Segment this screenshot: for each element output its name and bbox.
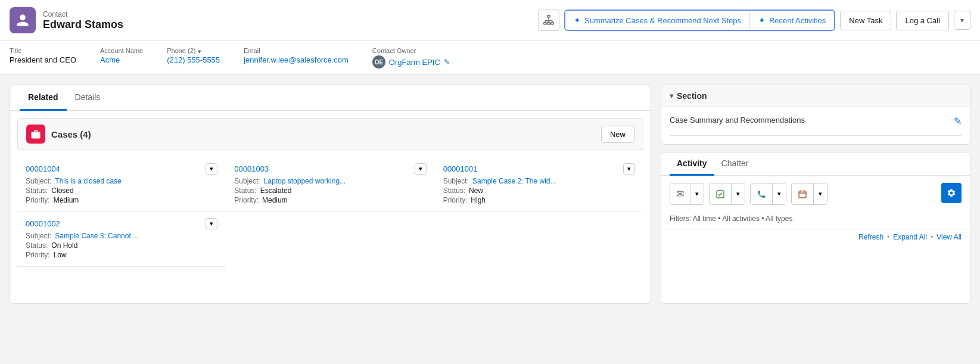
title-value: President and CEO (10, 55, 76, 64)
call-button[interactable] (751, 183, 773, 204)
sparkle-icon-2: ✦ (758, 15, 766, 25)
priority-label-3: Priority: (443, 196, 468, 204)
call-action-group: ▾ (750, 183, 786, 205)
subject-value-4[interactable]: Sample Case 3: Cannot ... (55, 232, 139, 240)
phone-label: Phone (2) (167, 47, 195, 54)
chevron-down-icon[interactable]: ▾ (670, 92, 673, 100)
svg-rect-1 (544, 23, 547, 24)
activity-tabs: Activity Chatter (661, 153, 970, 176)
calendar-dropdown-button[interactable]: ▾ (814, 183, 827, 204)
recent-activities-label: Recent Activities (769, 16, 826, 25)
new-task-button[interactable]: New Task (840, 11, 891, 30)
subject-value-2[interactable]: Laptop stopped working... (264, 177, 346, 185)
email-link[interactable]: jennifer.w.lee@salesforce.com (244, 55, 349, 64)
cases-header: Cases (4) New (17, 118, 643, 150)
more-actions-button[interactable]: ▾ (954, 11, 970, 30)
subject-label-1: Subject: (26, 177, 51, 185)
filters-text: Filters: All time • All activities • All… (670, 214, 792, 223)
cases-title: Cases (4) (51, 129, 91, 139)
cases-grid: 00001004 ▾ Subject: This is a closed cas… (17, 157, 643, 267)
left-panel: Related Details Cases (4) New (10, 85, 651, 304)
new-case-button[interactable]: New (601, 126, 634, 143)
section-title: Section (677, 91, 707, 101)
subject-value-1[interactable]: This is a closed case (55, 177, 121, 185)
recent-activities-button[interactable]: ✦ Recent Activities (750, 11, 834, 30)
expand-all-link[interactable]: Expand All (893, 233, 927, 241)
activity-settings-button[interactable] (941, 183, 962, 203)
svg-rect-0 (547, 15, 550, 17)
summarize-cases-button[interactable]: ✦ Summarize Cases & Recommend Next Steps (565, 11, 750, 30)
header: Contact Edward Stamos ✦ Summarize Cases … (0, 0, 980, 41)
task-button[interactable] (710, 183, 732, 204)
tab-details[interactable]: Details (67, 85, 109, 111)
subject-value-3[interactable]: Sample Case 2: The wid... (472, 177, 556, 185)
contact-avatar (10, 7, 36, 33)
case-item: 00001004 ▾ Subject: This is a closed cas… (17, 157, 226, 212)
case-4-dropdown[interactable]: ▾ (206, 218, 217, 229)
case-3-dropdown[interactable]: ▾ (623, 163, 635, 175)
calendar-icon (798, 189, 807, 199)
section-card: ▾ Section Case Summary and Recommendatio… (661, 85, 970, 145)
section-edit-button[interactable]: ✎ (954, 116, 962, 127)
view-all-link[interactable]: View All (937, 233, 962, 241)
filters-row: Filters: All time • All activities • All… (661, 212, 970, 229)
email-label: Email (244, 47, 349, 54)
case-1-number[interactable]: 00001004 (26, 164, 60, 173)
status-label-4: Status: (26, 241, 48, 250)
org-chart-button[interactable] (538, 10, 559, 31)
priority-label-1: Priority: (26, 196, 50, 204)
task-dropdown-button[interactable]: ▾ (732, 183, 745, 204)
case-item: 00001003 ▾ Subject: Laptop stopped worki… (226, 157, 434, 212)
email-dropdown-button[interactable]: ▾ (690, 183, 704, 204)
case-3-header: 00001001 ▾ (443, 163, 635, 175)
owner-edit-icon[interactable]: ✎ (444, 58, 450, 66)
owner-field: Contact Owner OE OrgFarm EPIC ✎ (372, 47, 450, 69)
phone-icon (757, 189, 766, 199)
status-label-2: Status: (234, 186, 256, 195)
tab-activity[interactable]: Activity (670, 153, 714, 176)
org-chart-icon (543, 15, 554, 26)
owner-initials: OE (375, 59, 383, 66)
case-4-number[interactable]: 00001002 (26, 219, 60, 228)
priority-value-1: Medium (54, 196, 79, 204)
phone-link[interactable]: (212) 555-5555 (167, 55, 220, 64)
case-2-dropdown[interactable]: ▾ (415, 163, 427, 175)
status-value-2: Escalated (260, 186, 292, 195)
case-2-status: Status: Escalated (234, 186, 426, 195)
tab-related[interactable]: Related (20, 85, 67, 111)
title-label: Title (10, 47, 76, 54)
case-1-dropdown[interactable]: ▾ (206, 163, 217, 175)
phone-dropdown-icon[interactable]: ▾ (198, 48, 201, 55)
status-label-3: Status: (443, 186, 465, 195)
case-1-priority: Priority: Medium (26, 196, 217, 204)
main-layout: Related Details Cases (4) New (0, 75, 980, 313)
call-dropdown-button[interactable]: ▾ (773, 183, 786, 204)
case-3-number[interactable]: 00001001 (443, 164, 478, 173)
calendar-button[interactable] (792, 183, 814, 204)
account-label: Account Name (100, 47, 143, 54)
owner-link[interactable]: OrgFarm EPIC (389, 58, 440, 67)
ai-actions-group: ✦ Summarize Cases & Recommend Next Steps… (564, 10, 835, 31)
case-1-status: Status: Closed (26, 186, 217, 195)
subject-label-4: Subject: (26, 232, 51, 240)
phone-label-group: Phone (2) ▾ (167, 47, 220, 55)
case-2-number[interactable]: 00001003 (234, 164, 269, 173)
email-icon: ✉ (676, 188, 684, 200)
svg-rect-3 (551, 23, 554, 24)
object-type-label: Contact (43, 10, 123, 18)
phone-field: Phone (2) ▾ (212) 555-5555 (167, 47, 220, 64)
refresh-link[interactable]: Refresh (858, 233, 883, 241)
account-link[interactable]: Acme (100, 55, 143, 64)
svg-rect-2 (547, 23, 550, 24)
title-field: Title President and CEO (10, 47, 76, 64)
case-2-subject: Subject: Laptop stopped working... (234, 177, 426, 185)
case-4-header: 00001002 ▾ (26, 218, 217, 229)
tab-chatter[interactable]: Chatter (714, 153, 756, 176)
account-field: Account Name Acme (100, 47, 143, 64)
activity-card: Activity Chatter ✉ ▾ (661, 152, 970, 304)
case-item: 00001001 ▾ Subject: Sample Case 2: The w… (435, 157, 643, 212)
contact-title-block: Contact Edward Stamos (43, 10, 123, 31)
case-4-subject: Subject: Sample Case 3: Cannot ... (26, 232, 217, 240)
email-button[interactable]: ✉ (670, 183, 690, 204)
log-call-button[interactable]: Log a Call (896, 11, 949, 30)
